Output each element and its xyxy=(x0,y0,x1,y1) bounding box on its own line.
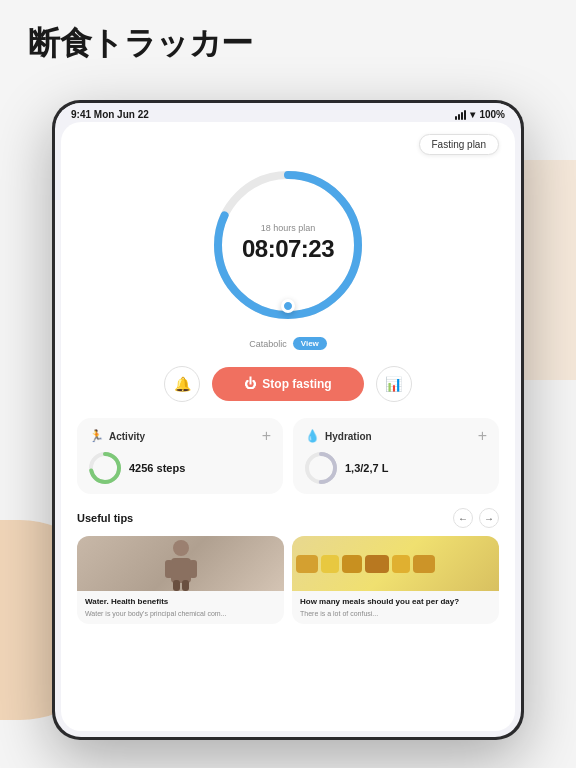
activity-value-row: 4256 steps xyxy=(89,452,271,484)
phase-row: Catabolic View xyxy=(249,337,327,350)
tip-desc-2: There is a lot of confusi... xyxy=(300,609,491,618)
status-icons: ▾ 100% xyxy=(455,109,505,120)
hydration-value: 1,3/2,7 L xyxy=(345,462,388,474)
tip-title-1: Water. Health benefits xyxy=(85,597,276,607)
signal-icon xyxy=(455,110,466,120)
tips-header: Useful tips ← → xyxy=(77,508,499,528)
hydration-card: 💧 Hydration + 1,3/2,7 L xyxy=(293,418,499,494)
control-bar: 🔔 ⏻ Stop fasting 📊 xyxy=(77,358,499,410)
bell-icon: 🔔 xyxy=(174,376,191,392)
tip-content-2: How many meals should you eat per day? T… xyxy=(292,591,499,624)
activity-title-row: 🏃 Activity xyxy=(89,429,145,443)
hydration-add-button[interactable]: + xyxy=(478,428,487,444)
hydration-title-row: 💧 Hydration xyxy=(305,429,372,443)
activity-icon: 🏃 xyxy=(89,429,104,443)
timer-display: 18 hours plan 08:07:23 xyxy=(242,223,334,263)
wifi-icon: ▾ xyxy=(470,109,475,120)
hydration-icon: 💧 xyxy=(305,429,320,443)
tips-section: Useful tips ← → xyxy=(77,502,499,630)
tips-cards: Water. Health benefits Water is your bod… xyxy=(77,536,499,624)
stats-section: 🏃 Activity + 4256 steps xyxy=(77,410,499,502)
tips-title: Useful tips xyxy=(77,512,133,524)
stop-icon: ⏻ xyxy=(244,377,256,391)
stop-fasting-button[interactable]: ⏻ Stop fasting xyxy=(212,367,363,401)
svg-rect-7 xyxy=(189,560,197,578)
tablet-frame: 9:41 Mon Jun 22 ▾ 100% Fasting plan xyxy=(52,100,524,740)
person-svg xyxy=(151,536,211,591)
tip-card-1[interactable]: Water. Health benefits Water is your bod… xyxy=(77,536,284,624)
tips-prev-button[interactable]: ← xyxy=(453,508,473,528)
tablet-screen: 9:41 Mon Jun 22 ▾ 100% Fasting plan xyxy=(55,103,521,737)
tip-image-1 xyxy=(77,536,284,591)
activity-value: 4256 steps xyxy=(129,462,185,474)
tip-desc-1: Water is your body's principal chemical … xyxy=(85,609,276,618)
timer-section: 18 hours plan 08:07:23 Catabolic View xyxy=(77,155,499,358)
battery-indicator: 100% xyxy=(479,109,505,120)
activity-card: 🏃 Activity + 4256 steps xyxy=(77,418,283,494)
timer-time: 08:07:23 xyxy=(242,235,334,263)
chart-button[interactable]: 📊 xyxy=(376,366,412,402)
bell-button[interactable]: 🔔 xyxy=(164,366,200,402)
svg-rect-5 xyxy=(171,558,191,583)
svg-rect-9 xyxy=(182,580,189,591)
tip-image-2 xyxy=(292,536,499,591)
svg-point-4 xyxy=(173,540,189,556)
progress-ring: 18 hours plan 08:07:23 xyxy=(208,165,368,325)
tips-next-button[interactable]: → xyxy=(479,508,499,528)
plan-label: 18 hours plan xyxy=(242,223,334,233)
progress-dot xyxy=(281,299,295,313)
app-content: Fasting plan 18 hours plan 08:07:23 Cata… xyxy=(61,122,515,731)
activity-add-button[interactable]: + xyxy=(262,428,271,444)
tip-card-2[interactable]: How many meals should you eat per day? T… xyxy=(292,536,499,624)
hydration-title: Hydration xyxy=(325,431,372,442)
activity-progress-ring xyxy=(89,452,121,484)
tip-content-1: Water. Health benefits Water is your bod… xyxy=(77,591,284,624)
status-bar: 9:41 Mon Jun 22 ▾ 100% xyxy=(55,103,521,122)
hydration-progress-ring xyxy=(305,452,337,484)
activity-title: Activity xyxy=(109,431,145,442)
stop-fasting-label: Stop fasting xyxy=(262,377,331,391)
phase-label: Catabolic xyxy=(249,339,287,349)
tip-title-2: How many meals should you eat per day? xyxy=(300,597,491,607)
page-title: 断食トラッカー xyxy=(28,22,253,66)
status-time: 9:41 Mon Jun 22 xyxy=(71,109,149,120)
svg-rect-8 xyxy=(173,580,180,591)
activity-header: 🏃 Activity + xyxy=(89,428,271,444)
tips-navigation: ← → xyxy=(453,508,499,528)
view-button[interactable]: View xyxy=(293,337,327,350)
svg-rect-6 xyxy=(165,560,173,578)
hydration-header: 💧 Hydration + xyxy=(305,428,487,444)
fasting-plan-button[interactable]: Fasting plan xyxy=(419,134,499,155)
hydration-value-row: 1,3/2,7 L xyxy=(305,452,487,484)
chart-icon: 📊 xyxy=(385,376,402,392)
food-items xyxy=(292,536,499,591)
